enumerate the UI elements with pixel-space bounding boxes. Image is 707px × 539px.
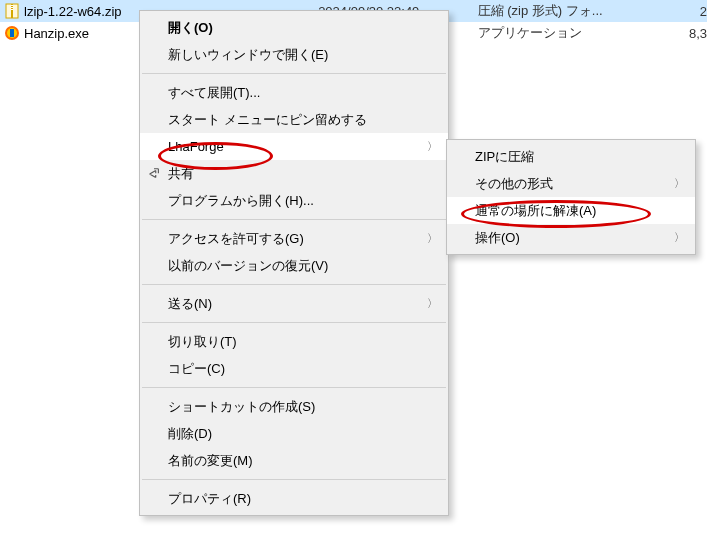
- menu-restore-previous[interactable]: 以前のバージョンの復元(V): [140, 252, 448, 279]
- menu-item-label: 名前の変更(M): [168, 452, 422, 470]
- menu-delete[interactable]: 削除(D): [140, 420, 448, 447]
- menu-pin-to-start[interactable]: スタート メニューにピン留めする: [140, 106, 448, 133]
- submenu-arrow-icon: 〉: [427, 231, 438, 246]
- svg-rect-3: [11, 7, 13, 8]
- menu-separator: [142, 479, 446, 480]
- menu-item-label: 送る(N): [168, 295, 422, 313]
- menu-item-label: LhaForge: [168, 139, 422, 154]
- menu-separator: [142, 322, 446, 323]
- menu-open-with[interactable]: プログラムから開く(H)...: [140, 187, 448, 214]
- submenu-arrow-icon: 〉: [674, 176, 685, 191]
- svg-rect-1: [11, 4, 13, 18]
- submenu-extract-here[interactable]: 通常の場所に解凍(A): [447, 197, 695, 224]
- submenu-arrow-icon: 〉: [674, 230, 685, 245]
- menu-item-label: ZIPに圧縮: [475, 148, 669, 166]
- menu-item-label: 削除(D): [168, 425, 422, 443]
- menu-item-label: 操作(O): [475, 229, 669, 247]
- file-size: 8,3: [617, 26, 707, 41]
- menu-copy[interactable]: コピー(C): [140, 355, 448, 382]
- menu-item-label: 通常の場所に解凍(A): [475, 202, 669, 220]
- menu-item-label: すべて展開(T)...: [168, 84, 422, 102]
- submenu-arrow-icon: 〉: [427, 139, 438, 154]
- menu-item-label: コピー(C): [168, 360, 422, 378]
- file-type: アプリケーション: [478, 24, 618, 42]
- menu-send-to[interactable]: 送る(N) 〉: [140, 290, 448, 317]
- file-type: 圧縮 (zip 形式) フォ...: [478, 2, 618, 20]
- menu-item-label: その他の形式: [475, 175, 669, 193]
- menu-item-label: ショートカットの作成(S): [168, 398, 422, 416]
- menu-properties[interactable]: プロパティ(R): [140, 485, 448, 512]
- exe-file-icon: [4, 25, 20, 41]
- svg-rect-4: [11, 9, 13, 10]
- menu-extract-all[interactable]: すべて展開(T)...: [140, 79, 448, 106]
- menu-separator: [142, 387, 446, 388]
- submenu-arrow-icon: 〉: [427, 296, 438, 311]
- menu-cut[interactable]: 切り取り(T): [140, 328, 448, 355]
- menu-item-label: 切り取り(T): [168, 333, 422, 351]
- svg-rect-7: [10, 29, 14, 37]
- file-size: 2: [617, 4, 707, 19]
- svg-rect-2: [11, 5, 13, 6]
- menu-separator: [142, 284, 446, 285]
- menu-separator: [142, 219, 446, 220]
- menu-item-label: スタート メニューにピン留めする: [168, 111, 422, 129]
- menu-open-new-window[interactable]: 新しいウィンドウで開く(E): [140, 41, 448, 68]
- submenu-other-formats[interactable]: その他の形式 〉: [447, 170, 695, 197]
- context-menu: 開く(O) 新しいウィンドウで開く(E) すべて展開(T)... スタート メニ…: [139, 10, 449, 516]
- menu-item-label: 以前のバージョンの復元(V): [168, 257, 422, 275]
- menu-create-shortcut[interactable]: ショートカットの作成(S): [140, 393, 448, 420]
- menu-item-label: 新しいウィンドウで開く(E): [168, 46, 422, 64]
- menu-give-access[interactable]: アクセスを許可する(G) 〉: [140, 225, 448, 252]
- zip-file-icon: [4, 3, 20, 19]
- menu-item-label: プログラムから開く(H)...: [168, 192, 422, 210]
- submenu-compress-zip[interactable]: ZIPに圧縮: [447, 143, 695, 170]
- share-icon: [145, 165, 163, 183]
- menu-item-label: 開く(O): [168, 19, 422, 37]
- menu-rename[interactable]: 名前の変更(M): [140, 447, 448, 474]
- lhaforge-submenu: ZIPに圧縮 その他の形式 〉 通常の場所に解凍(A) 操作(O) 〉: [446, 139, 696, 255]
- menu-separator: [142, 73, 446, 74]
- menu-item-label: プロパティ(R): [168, 490, 422, 508]
- menu-item-label: アクセスを許可する(G): [168, 230, 422, 248]
- menu-open[interactable]: 開く(O): [140, 14, 448, 41]
- menu-share[interactable]: 共有: [140, 160, 448, 187]
- submenu-operations[interactable]: 操作(O) 〉: [447, 224, 695, 251]
- menu-item-label: 共有: [168, 165, 422, 183]
- menu-lhaforge[interactable]: LhaForge 〉: [140, 133, 448, 160]
